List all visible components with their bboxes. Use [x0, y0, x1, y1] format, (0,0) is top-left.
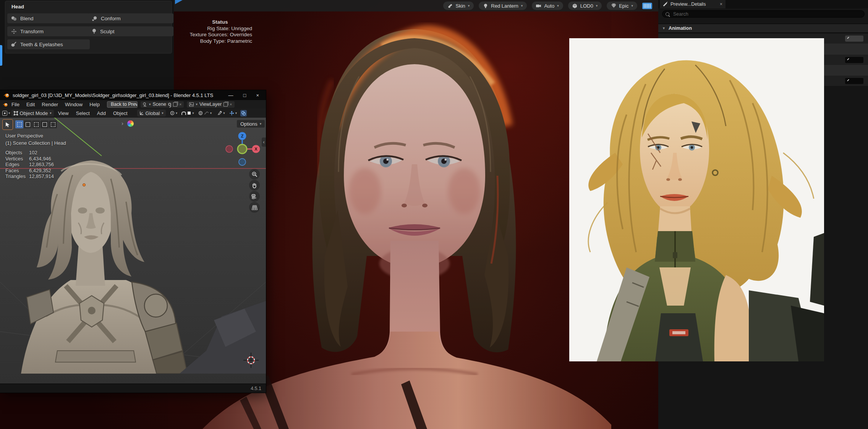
section-caret-icon: ▼: [662, 26, 666, 30]
menu-file[interactable]: File: [8, 102, 23, 107]
pivot-point-icon[interactable]: [170, 111, 175, 115]
hand-icon: [252, 183, 257, 188]
property-edit-button[interactable]: [845, 57, 863, 63]
select-subtract-button[interactable]: [32, 120, 40, 128]
menu-render[interactable]: Render: [38, 102, 62, 107]
menu-window[interactable]: Window: [62, 102, 86, 107]
tab-preview-details[interactable]: Preview...Details ×: [660, 0, 725, 8]
gizmo-neg-z-axis[interactable]: [239, 159, 246, 165]
viewport-toolbar: Skin ▾ Red Lantern ▾ Auto ▾ LOD0 ▾: [174, 0, 658, 11]
menu-view[interactable]: View: [55, 110, 72, 116]
blender-3d-viewport[interactable]: › Options ▾ User Perspective (1) Scene C…: [0, 118, 266, 384]
keyboard-shortcuts-button[interactable]: [642, 3, 652, 9]
show-overlays-icon[interactable]: [240, 110, 247, 117]
skin-dropdown[interactable]: Skin ▾: [443, 2, 474, 10]
status-body-type: Body Type: Parametric: [188, 38, 252, 45]
property-edit-button[interactable]: [845, 78, 863, 84]
viewport-header: ▾ Object Mode ▾ View Select Add Object G…: [0, 108, 266, 118]
close-button[interactable]: ×: [256, 92, 259, 98]
new-scene-icon[interactable]: [173, 102, 177, 107]
remove-viewlayer-icon[interactable]: ×: [230, 102, 232, 107]
diamond-icon: [611, 3, 616, 8]
lighting-dropdown[interactable]: Red Lantern ▾: [479, 2, 527, 10]
lod-label: LOD0: [580, 3, 593, 9]
select-extend-button[interactable]: [24, 120, 32, 128]
concept-art-reference-image[interactable]: [569, 38, 824, 361]
unlink-scene-icon[interactable]: ×: [179, 102, 181, 107]
snap-magnet-icon[interactable]: [181, 112, 186, 115]
annotate-tool-icon[interactable]: [217, 111, 222, 115]
show-gizmo-icon[interactable]: [229, 111, 234, 116]
proportional-editing-icon[interactable]: [198, 111, 203, 115]
teeth-eyelashes-button[interactable]: Teeth & Eyelashes: [7, 39, 90, 49]
animation-section-header[interactable]: ▼ Animation: [658, 24, 868, 33]
menu-select[interactable]: Select: [73, 110, 93, 116]
viewlayer-selector[interactable]: ▾ ViewLayer ×: [187, 101, 234, 108]
lighting-label: Red Lantern: [491, 3, 518, 9]
sculpt-button[interactable]: Sculpt: [88, 26, 173, 36]
quality-dropdown[interactable]: Epic ▾: [607, 2, 637, 10]
scene-selector[interactable]: ▾ Scene ×: [141, 101, 184, 108]
blender-titlebar[interactable]: soldger_girl_03 [D:\3D_MY_Models\Soldger…: [0, 90, 266, 100]
scene-statistics-overlay: Objects102 Vertices6,434,946 Edges12,863…: [5, 150, 54, 180]
animation-section-label: Animation: [669, 26, 692, 31]
matcap-preview-ball[interactable]: [127, 120, 134, 127]
conform-button[interactable]: Conform: [88, 13, 173, 23]
menu-object[interactable]: Object: [110, 110, 131, 116]
camera-view-button[interactable]: [249, 191, 260, 202]
transform-button[interactable]: Transform: [7, 26, 90, 36]
tab-close-icon[interactable]: ×: [720, 2, 722, 7]
menu-help[interactable]: Help: [86, 102, 103, 107]
property-edit-button[interactable]: [845, 36, 863, 42]
menu-edit[interactable]: Edit: [23, 102, 38, 107]
status-rig-state: Rig State: Unrigged: [188, 26, 252, 32]
falloff-curve-icon: [204, 111, 209, 115]
details-search[interactable]: [662, 10, 865, 18]
scene-name: Scene: [153, 102, 166, 107]
transform-orientation-dropdown[interactable]: Global ▾: [137, 110, 166, 117]
maximize-button[interactable]: □: [243, 92, 246, 98]
transform-icon: [11, 29, 17, 34]
camera-icon: [536, 3, 541, 8]
menu-add[interactable]: Add: [94, 110, 109, 116]
camera-dropdown[interactable]: Auto ▾: [532, 2, 563, 10]
stat-label: Edges: [5, 162, 29, 168]
sculpt-label: Sculpt: [100, 29, 115, 34]
edit-pencil-icon: [663, 2, 667, 6]
chevron-down-icon: ▾: [192, 111, 194, 115]
active-tool-tweak-button[interactable]: [2, 119, 13, 130]
window-controls: — □ ×: [228, 92, 263, 98]
mode-dropdown[interactable]: Object Mode ▾: [11, 110, 54, 117]
snap-target-icon[interactable]: [187, 111, 191, 115]
gizmo-y-axis[interactable]: [238, 144, 247, 154]
select-difference-button[interactable]: [40, 120, 49, 128]
back-to-previous-button[interactable]: Back to Prev: [107, 101, 138, 108]
pan-button[interactable]: [249, 180, 260, 191]
conform-icon: [92, 16, 97, 21]
new-viewlayer-icon[interactable]: [223, 102, 228, 107]
perspective-toggle-button[interactable]: [249, 202, 260, 213]
zoom-button[interactable]: [249, 169, 260, 180]
tool-header-expander[interactable]: ›: [121, 120, 123, 126]
blend-button[interactable]: Blend: [7, 13, 90, 23]
cursor-arrow-icon: [5, 122, 10, 127]
stat-value: 102: [29, 150, 37, 156]
pin-icon[interactable]: [168, 103, 171, 106]
orientation-gizmo[interactable]: Z X: [223, 127, 261, 167]
lod-dropdown[interactable]: LOD0 ▾: [568, 2, 602, 10]
blender-logo-icon: [3, 92, 10, 98]
gizmo-neg-x-axis[interactable]: [226, 146, 233, 152]
teeth-eyelashes-label: Teeth & Eyelashes: [20, 42, 63, 47]
search-input[interactable]: [672, 11, 861, 17]
sidebar-collapse-tab[interactable]: ‹: [262, 138, 266, 147]
chevron-down-icon: ▾: [162, 111, 164, 115]
editor-type-icon[interactable]: [2, 111, 7, 116]
select-intersect-button[interactable]: [49, 120, 57, 128]
view-info-overlay: User Perspective (1) Scene Collection | …: [5, 132, 66, 147]
options-dropdown[interactable]: Options ▾: [237, 120, 265, 128]
stat-label: Triangles: [5, 173, 29, 180]
select-set-button[interactable]: [15, 120, 23, 128]
chevron-down-icon: ▾: [50, 111, 52, 115]
minimize-button[interactable]: —: [228, 92, 233, 98]
back-to-previous-label: Back to Prev: [111, 102, 138, 107]
